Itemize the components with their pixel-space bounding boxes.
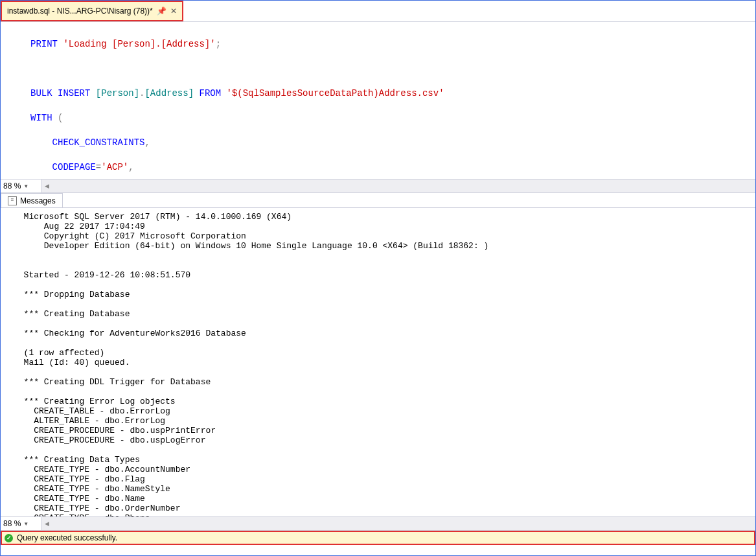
- sql-editor[interactable]: PRINT 'Loading [Person].[Address]'; BULK…: [1, 22, 755, 179]
- pin-icon[interactable]: 📌: [157, 6, 166, 16]
- code-line: PRINT 'Loading [Person].[Address]';: [3, 38, 755, 51]
- zoom-select[interactable]: 88 % ▼: [1, 180, 42, 192]
- code-line: BULK INSERT [Person].[Address] FROM '$(S…: [3, 87, 755, 100]
- tab-bar: instawdb.sql - NIS...ARG-PC\Nisarg (78))…: [1, 1, 755, 22]
- success-icon: ✓: [5, 534, 13, 542]
- code-line: [3, 63, 755, 75]
- close-icon[interactable]: ✕: [170, 6, 177, 16]
- zoom-select-lower[interactable]: 88 % ▼: [1, 517, 42, 530]
- scroll-left-icon[interactable]: ◀: [42, 520, 51, 527]
- chevron-down-icon: ▼: [23, 183, 29, 189]
- results-tabs: ≡ Messages: [1, 193, 755, 208]
- file-tab[interactable]: instawdb.sql - NIS...ARG-PC\Nisarg (78))…: [1, 1, 183, 21]
- editor-status-bar: 88 % ▼ ◀: [1, 179, 755, 193]
- chevron-down-icon: ▼: [23, 521, 29, 527]
- tab-title: instawdb.sql - NIS...ARG-PC\Nisarg (78))…: [7, 6, 153, 16]
- messages-icon: ≡: [8, 196, 17, 205]
- results-status-bar: 88 % ▼ ◀: [1, 516, 755, 531]
- code-line: CODEPAGE='ACP',: [3, 161, 755, 174]
- messages-tab[interactable]: ≡ Messages: [1, 193, 63, 207]
- scroll-left-icon[interactable]: ◀: [42, 183, 51, 189]
- code-line: WITH (: [3, 112, 755, 124]
- messages-output[interactable]: Microsoft SQL Server 2017 (RTM) - 14.0.1…: [1, 208, 755, 516]
- messages-tab-label: Messages: [20, 196, 56, 205]
- zoom-value-lower: 88 %: [3, 519, 21, 528]
- messages-text: Microsoft SQL Server 2017 (RTM) - 14.0.1…: [14, 212, 488, 516]
- code-line: CHECK_CONSTRAINTS,: [3, 137, 755, 149]
- zoom-value: 88 %: [3, 181, 21, 191]
- query-status-bar: ✓ Query executed successfully.: [1, 531, 755, 545]
- status-text: Query executed successfully.: [17, 533, 117, 542]
